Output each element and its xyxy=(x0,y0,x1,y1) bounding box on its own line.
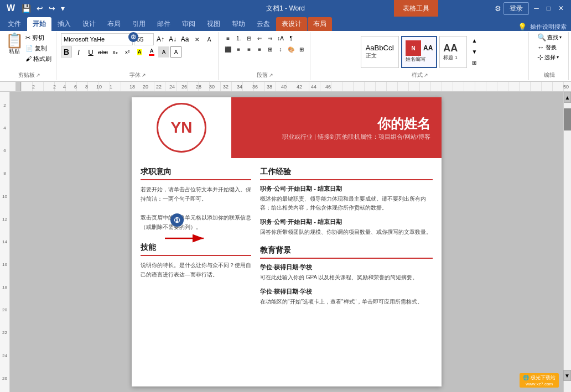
login-button[interactable]: 登录 xyxy=(503,2,529,15)
tab-review[interactable]: 审阅 xyxy=(177,17,201,31)
scroll-down-btn[interactable]: ▼ xyxy=(563,370,571,381)
title-bar: W 💾 ↩ ↪ ▾ 文档1 - Word 表格工具 ⚙ 登录 ─ □ ✕ xyxy=(0,0,571,17)
font-name-input[interactable] xyxy=(61,33,133,45)
font-case-btn[interactable]: Aa xyxy=(179,34,190,45)
save-icon[interactable]: 💾 xyxy=(20,3,32,14)
lightbulb-icon: 💡 xyxy=(518,23,527,31)
paste-label[interactable]: 粘贴 xyxy=(9,48,20,55)
resume-name[interactable]: 你的姓名 xyxy=(377,115,430,133)
styles-expand[interactable]: ⊞ xyxy=(469,58,479,68)
operations-search[interactable]: 操作说明搜索 xyxy=(530,23,567,31)
replace-btn[interactable]: ↔ 替换 xyxy=(537,43,562,51)
cut-btn[interactable]: ✂ 剪切 xyxy=(24,33,53,43)
tab-layout[interactable]: 布局 xyxy=(102,17,126,31)
tab-cloud[interactable]: 云盘 xyxy=(251,17,276,31)
font-color-btn[interactable]: A xyxy=(146,46,157,58)
font-expand-icon[interactable]: ↗ xyxy=(142,72,146,78)
avatar-circle: YN xyxy=(157,103,206,153)
left-ruler-marks: 2 4 6 8 10 12 14 16 18 20 22 24 26 xyxy=(0,92,9,392)
char-border-btn[interactable]: A xyxy=(170,46,181,58)
text-highlight-btn[interactable]: A xyxy=(134,46,145,58)
increase-indent-btn[interactable]: ⇒ xyxy=(265,33,275,43)
tab-mailings[interactable]: 邮件 xyxy=(152,17,176,31)
tab-file[interactable]: 文件 xyxy=(2,17,27,31)
job-intention-title: 求职意向 xyxy=(141,167,251,180)
style-normal-btn[interactable]: AaBbCcI 正文 xyxy=(361,36,399,68)
scroll-up-btn[interactable]: ▲ xyxy=(564,92,571,103)
edu2-title: 学位·获得日期·学校 xyxy=(260,288,433,296)
skills-title: 技能 xyxy=(141,243,251,256)
font-format-row: B I U abc x₂ x² A A A A xyxy=(61,46,215,58)
clipboard-label: 剪贴板 ↗ xyxy=(18,70,40,79)
border-btn[interactable]: ⊞ xyxy=(297,44,307,54)
title-center: 文档1 - Word xyxy=(266,4,305,13)
select-label: 选择 xyxy=(544,54,556,61)
ruler: 2 2 4 6 8 10 1 18 20 22 24 26 28 30 32 3… xyxy=(0,82,571,92)
styles-label: 样式 ↗ xyxy=(412,70,428,79)
select-btn[interactable]: ⊹ 选择 ▾ xyxy=(537,53,562,61)
tab-home[interactable]: 开始 xyxy=(27,17,51,31)
shading-btn[interactable]: 🎨 xyxy=(286,44,296,54)
char-shading-btn[interactable]: A xyxy=(158,46,169,58)
word-logo-icon: W xyxy=(4,3,17,14)
bold-btn[interactable]: B xyxy=(61,46,72,58)
avatar-text: YN xyxy=(171,119,193,137)
tab-table-design[interactable]: 表设计 xyxy=(276,17,307,31)
vertical-scrollbar[interactable]: ▲ ▼ xyxy=(563,92,571,392)
style-name-btn[interactable]: N AA 姓名编写 xyxy=(401,36,437,68)
copy-btn[interactable]: 📄 复制 xyxy=(24,44,53,53)
minimize-icon[interactable]: ─ xyxy=(531,3,542,13)
select-icon: ⊹ xyxy=(537,53,543,61)
bullets-btn[interactable]: ≡ xyxy=(223,33,233,43)
paragraph-group: ≡ 1. ⊟ ⇐ ⇒ ↕A ¶ ⬛ ≡ ≡ ≡ ⊞ ↕ 🎨 ⊞ 段落 ↗ xyxy=(220,32,310,80)
numbering-btn[interactable]: 1. xyxy=(233,33,243,43)
paste-area[interactable]: 📋 粘贴 xyxy=(6,33,23,55)
style-heading1-btn[interactable]: AA 标题 1 xyxy=(439,36,467,68)
superscript-btn[interactable]: x² xyxy=(122,46,133,58)
ruler-left-margin xyxy=(15,82,21,91)
font-size-grow-btn[interactable]: A↑ xyxy=(155,34,166,45)
format-painter-btn[interactable]: 🖌 格式刷 xyxy=(24,54,53,64)
text-effect-btn[interactable]: A xyxy=(204,34,215,45)
font-size-shrink-btn[interactable]: A↓ xyxy=(167,34,178,45)
resume-subtitle[interactable]: 职业或行业 | 链接到其他联机属性：项目组合/网站/博客 xyxy=(282,133,430,141)
decrease-indent-btn[interactable]: ⇐ xyxy=(255,33,264,43)
line-spacing-btn[interactable]: ↕ xyxy=(276,44,286,54)
italic-btn[interactable]: I xyxy=(73,46,84,58)
undo-icon[interactable]: ↩ xyxy=(35,3,44,14)
clear-format-btn[interactable]: ✕ xyxy=(191,34,203,45)
align-left-btn[interactable]: ⬛ xyxy=(223,44,233,54)
subscript-btn[interactable]: x₂ xyxy=(110,46,121,58)
paragraph-row2: ⬛ ≡ ≡ ≡ ⊞ ↕ 🎨 ⊞ xyxy=(223,44,307,54)
tab-table-layout[interactable]: 布局 xyxy=(308,17,332,31)
underline-btn[interactable]: U xyxy=(85,46,96,58)
styles-scroll-down[interactable]: ▼ xyxy=(469,47,479,57)
close-icon[interactable]: ✕ xyxy=(556,3,567,13)
job-intention-text: 若要开始，请单击占位符文本并开始键入。保持简洁：一两个句子即可。 双击页眉中的表… xyxy=(141,185,251,232)
tab-references[interactable]: 引用 xyxy=(127,17,151,31)
tab-design[interactable]: 设计 xyxy=(77,17,101,31)
paragraph-expand-icon[interactable]: ↗ xyxy=(269,72,273,78)
multilevel-btn[interactable]: ⊟ xyxy=(244,33,254,43)
tab-help[interactable]: 帮助 xyxy=(226,17,251,31)
scroll-thumb[interactable] xyxy=(564,108,571,130)
justify-btn[interactable]: ≡ xyxy=(255,44,264,54)
styles-scroll-up[interactable]: ▲ xyxy=(469,36,479,46)
align-right-btn[interactable]: ≡ xyxy=(244,44,254,54)
style-normal-preview: AaBbCcI xyxy=(366,44,394,52)
clipboard-expand-icon[interactable]: ↗ xyxy=(36,72,40,78)
strikethrough-btn[interactable]: abc xyxy=(97,46,108,58)
tab-insert[interactable]: 插入 xyxy=(52,17,76,31)
show-hide-btn[interactable]: ¶ xyxy=(286,33,296,43)
sort-btn[interactable]: ↕A xyxy=(276,33,286,43)
align-distribute-btn[interactable]: ⊞ xyxy=(265,44,275,54)
help-icon[interactable]: ⚙ xyxy=(495,4,501,13)
redo-icon[interactable]: ↪ xyxy=(48,3,56,14)
edu1-desc: 可在此处输入你的 GPA 以及相关课程、奖励和荣誉的简短摘要。 xyxy=(260,273,433,282)
restore-icon[interactable]: □ xyxy=(544,3,553,13)
find-btn[interactable]: 🔍 查找 ▾ xyxy=(537,33,562,41)
qa-dropdown-icon[interactable]: ▾ xyxy=(60,3,66,14)
align-center-btn[interactable]: ≡ xyxy=(233,44,243,54)
styles-expand-icon[interactable]: ↗ xyxy=(424,72,428,78)
tab-view[interactable]: 视图 xyxy=(201,17,226,31)
